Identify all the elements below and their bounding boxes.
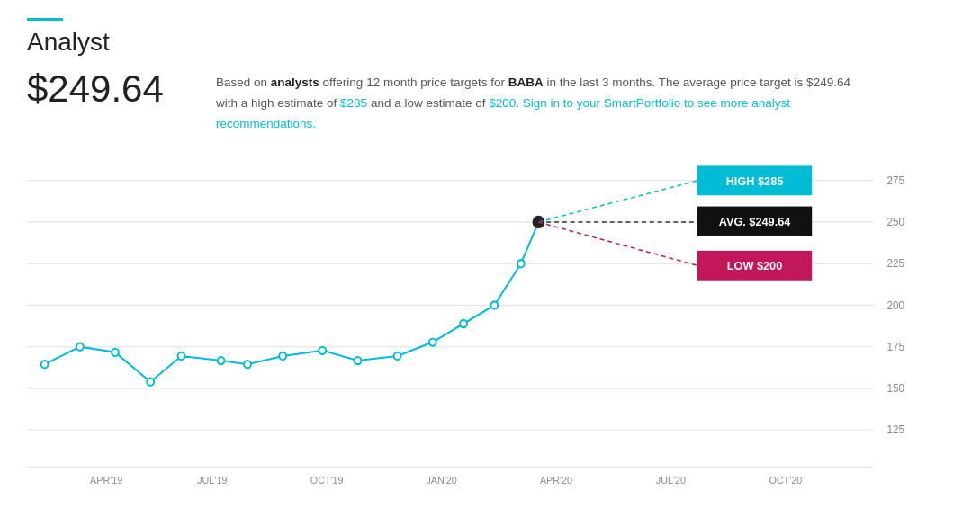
chart-area: 275 250 225 200 175 150 125 APR'19 JUL'1… [27,153,953,495]
svg-text:175: 175 [887,340,905,352]
svg-text:250: 250 [887,216,905,228]
svg-text:APR'20: APR'20 [540,474,572,485]
svg-point-27 [218,357,225,364]
page-title: Analyst [27,28,953,57]
svg-point-32 [394,352,401,360]
svg-point-23 [76,343,84,350]
low-dashed-line [538,222,697,265]
svg-point-29 [279,352,286,360]
svg-text:275: 275 [887,174,905,186]
svg-point-33 [429,338,436,345]
svg-text:JUL'20: JUL'20 [656,474,686,485]
svg-text:200: 200 [887,299,905,311]
price-chart: 275 250 225 200 175 150 125 APR'19 JUL'1… [27,153,953,495]
svg-text:125: 125 [887,423,905,436]
high-estimate-link[interactable]: $285 [340,96,367,110]
accent-bar [27,18,63,21]
high-dashed-line [538,181,697,222]
svg-text:JUL'19: JUL'19 [197,474,227,485]
description-text: Based on analysts offering 12 month pric… [216,67,864,135]
svg-point-34 [460,320,467,327]
svg-point-26 [178,352,185,360]
price-value: $249.64 [27,67,189,111]
svg-text:OCT'20: OCT'20 [769,474,802,485]
svg-point-28 [244,361,251,368]
svg-point-24 [112,349,119,356]
svg-text:JAN'20: JAN'20 [426,474,456,485]
high-label-text: HIGH $285 [726,174,784,187]
avg-label-text: AVG. $249.64 [719,215,791,228]
svg-text:OCT'19: OCT'19 [310,474,344,485]
svg-point-30 [319,346,326,353]
svg-text:225: 225 [887,257,905,270]
svg-point-25 [147,378,154,385]
svg-point-35 [490,301,498,308]
low-estimate-link[interactable]: $200 [489,96,516,110]
price-line [45,222,539,382]
svg-text:150: 150 [887,382,905,395]
price-description-row: $249.64 Based on analysts offering 12 mo… [27,67,953,135]
main-container: Analyst $249.64 Based on analysts offeri… [0,0,980,504]
low-label-text: LOW $200 [727,259,783,272]
svg-text:APR'19: APR'19 [90,474,122,485]
svg-point-31 [355,357,362,364]
svg-point-22 [41,361,49,368]
svg-point-36 [517,260,525,267]
